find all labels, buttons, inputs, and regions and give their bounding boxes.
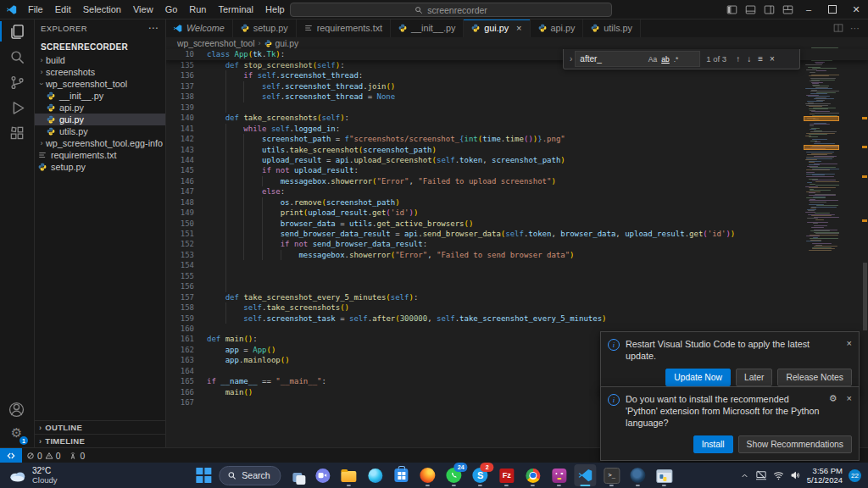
command-center-search[interactable]: screenrecorder [290, 3, 612, 17]
close-notification-icon[interactable]: × [847, 338, 852, 348]
filezilla-icon[interactable]: Fz [496, 464, 518, 486]
folder-wp-screenshot-tool[interactable]: ›wp_screenshot_tool [34, 78, 165, 90]
file-utils-py[interactable]: utils.py [34, 125, 165, 137]
notification-gear-icon[interactable]: ⚙ [829, 393, 837, 404]
code-line[interactable]: 147 else: [165, 186, 804, 197]
code-line[interactable]: 158 self.take_screenshots() [165, 302, 804, 313]
chrome-icon[interactable] [522, 464, 544, 486]
close-notification-icon[interactable]: × [847, 393, 852, 403]
show-recommendations-button[interactable]: Show Recommendations [738, 435, 852, 453]
code-line[interactable]: 146 messagebox.showerror("Error", "Faile… [165, 176, 804, 186]
extensions-icon[interactable] [0, 120, 34, 146]
tab-api-py[interactable]: api.py [531, 19, 584, 37]
tab-welcome[interactable]: Welcome [165, 19, 233, 37]
chat-icon[interactable] [312, 464, 334, 486]
file-api-py[interactable]: api.py [34, 102, 165, 114]
code-line[interactable]: 150 browser_data = utils.get_active_brow… [165, 219, 804, 229]
editor-more-actions-icon[interactable]: ⋯ [850, 23, 860, 34]
code-line[interactable]: 139 [165, 103, 804, 113]
menu-view[interactable]: View [127, 0, 159, 19]
breadcrumb-file[interactable]: gui.py [275, 39, 298, 48]
find-input[interactable] [578, 53, 646, 64]
section-outline[interactable]: ›OUTLINE [34, 420, 165, 434]
wifi-icon[interactable] [773, 471, 784, 480]
terminal-icon[interactable]: >_ [601, 464, 623, 486]
remote-indicator[interactable] [0, 448, 22, 463]
file-setup-py[interactable]: setup.py [34, 161, 165, 173]
explorer-more-actions-icon[interactable]: ⋯ [148, 22, 159, 34]
file-explorer-icon[interactable] [338, 464, 360, 486]
find-expand-icon[interactable]: › [567, 54, 575, 64]
explorer-view-icon[interactable] [0, 19, 34, 44]
code-line[interactable]: 144 upload_result = api.upload_screensho… [165, 155, 804, 165]
tab--init-py[interactable]: __init__.py [391, 19, 464, 37]
app-blue-icon[interactable] [627, 464, 649, 486]
toggle-panel-icon[interactable] [741, 0, 760, 19]
cast-device-icon[interactable] [755, 470, 767, 480]
section-timeline[interactable]: ›TIMELINE [34, 434, 165, 447]
code-line[interactable]: 136 if self.screenshot_thread: [165, 70, 804, 80]
code-line[interactable]: 157 def take_screenshot_every_5_minutes(… [165, 292, 804, 302]
tab-utils-py[interactable]: utils.py [583, 19, 641, 37]
source-control-icon[interactable] [0, 69, 34, 95]
app-purple-icon[interactable] [548, 464, 570, 486]
later-button[interactable]: Later [736, 369, 772, 386]
install-button[interactable]: Install [693, 435, 733, 453]
volume-icon[interactable] [790, 470, 801, 480]
code-line[interactable]: 148 os.remove(screenshot_path) [165, 197, 804, 208]
firefox-icon[interactable] [417, 464, 439, 486]
store-icon[interactable] [391, 464, 413, 486]
task-view-icon[interactable] [286, 464, 308, 486]
menu-edit[interactable]: Edit [49, 0, 77, 19]
code-line[interactable]: 143 utils.take_screenshot(screenshot_pat… [165, 145, 804, 155]
menu-run[interactable]: Run [183, 0, 212, 19]
file--init-py[interactable]: __init__.py [34, 90, 165, 102]
folder-wp-screenshot-tool-egg-info[interactable]: ›wp_screenshot_tool.egg-info [34, 137, 165, 149]
code-line[interactable]: 137 self.screenshot_thread.join() [165, 81, 804, 92]
vscode-icon[interactable] [575, 464, 597, 486]
explorer-root-folder[interactable]: SCREENRECORDER [34, 41, 165, 54]
taskbar-clock[interactable]: 3:56 PM 5/12/2024 [807, 466, 843, 485]
close-window-button[interactable]: ✕ [844, 0, 868, 19]
match-case-icon[interactable]: Aa [646, 55, 659, 64]
skype-icon[interactable]: S2 [470, 464, 492, 486]
whole-word-icon[interactable]: ab [659, 55, 671, 64]
code-line[interactable]: 154 [165, 260, 804, 270]
folder-screenshots[interactable]: ›screenshots [34, 66, 165, 78]
weather-widget[interactable]: 32°C Cloudy [0, 466, 178, 485]
tab-setup-py[interactable]: setup.py [233, 19, 297, 37]
tab-requirements-txt[interactable]: requirements.txt [297, 19, 391, 37]
menu-terminal[interactable]: Terminal [213, 0, 260, 19]
split-editor-icon[interactable] [833, 23, 843, 33]
menu-file[interactable]: File [22, 0, 49, 19]
edge-icon[interactable] [364, 464, 387, 486]
update-now-button[interactable]: Update Now [665, 369, 731, 386]
minimize-button[interactable]: – [797, 0, 821, 19]
code-line[interactable]: 142 screenshot_path = f"screenshots/scre… [165, 134, 804, 144]
code-line[interactable]: 145 if not upload_result: [165, 165, 804, 175]
release-notes-button[interactable]: Release Notes [777, 369, 852, 386]
code-line[interactable]: 141 while self.logged_in: [165, 124, 804, 134]
code-line[interactable]: 155 [165, 271, 804, 281]
code-line[interactable]: 156 [165, 281, 804, 291]
toggle-secondary-sidebar-icon[interactable] [760, 0, 778, 19]
code-line[interactable]: 153 messagebox.showerror("Error", "Faile… [165, 250, 804, 260]
customize-layout-icon[interactable] [778, 0, 797, 19]
settings-gear-icon[interactable]: ⚙1 [0, 420, 33, 446]
code-line[interactable]: 152 if not send_browser_data_result: [165, 239, 804, 249]
menu-selection[interactable]: Selection [77, 0, 127, 19]
chevron-up-icon[interactable] [740, 471, 749, 480]
code-line[interactable]: 149 print(upload_result.get('id')) [165, 208, 804, 218]
find-in-selection-icon[interactable]: ≡ [754, 54, 766, 64]
close-tab-icon[interactable]: × [516, 23, 521, 33]
ports-indicator[interactable]: 0 [64, 448, 89, 463]
sticky-line[interactable]: 10class App(tk.Tk): [165, 49, 285, 59]
toggle-sidebar-icon[interactable] [722, 0, 741, 19]
file-requirements-txt[interactable]: requirements.txt [34, 149, 165, 161]
folder-build[interactable]: ›build [34, 54, 165, 66]
notification-count-badge[interactable]: 22 [849, 469, 861, 482]
close-find-icon[interactable]: × [766, 54, 778, 64]
maximize-button[interactable] [821, 0, 844, 19]
code-line[interactable]: 140 def take_screenshots(self): [165, 113, 804, 123]
code-line[interactable]: 138 self.screenshot_thread = None [165, 92, 804, 102]
